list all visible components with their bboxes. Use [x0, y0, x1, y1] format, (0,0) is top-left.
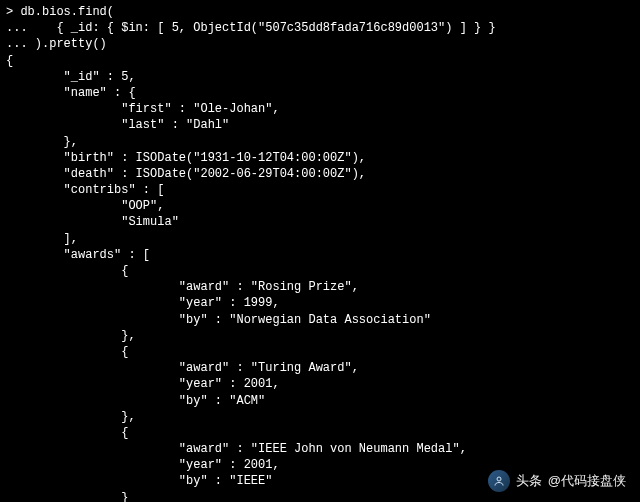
avatar-icon: [488, 470, 510, 492]
svg-point-0: [497, 477, 501, 481]
watermark-platform: 头条: [516, 472, 542, 490]
watermark-handle: @代码接盘侠: [548, 472, 626, 490]
watermark: 头条 @代码接盘侠: [488, 470, 626, 492]
terminal-output: > db.bios.find( ... { _id: { $in: [ 5, O…: [6, 4, 634, 502]
